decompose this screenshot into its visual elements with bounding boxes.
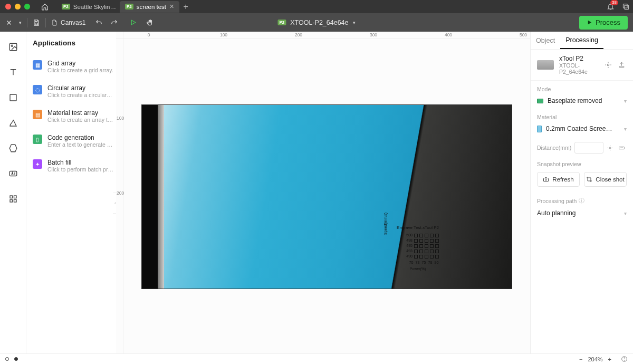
app-grid-array[interactable]: ▦ Grid arrayClick to create a grid array… [33, 54, 109, 79]
doc-name-text: Canvas1 [61, 19, 85, 26]
baseplate-icon [537, 99, 543, 103]
run-button[interactable] [130, 19, 137, 26]
app-circular-array[interactable]: ◌ Circular arrayClick to create a circul… [33, 79, 109, 104]
help-button[interactable] [621, 356, 628, 362]
info-icon[interactable]: ⓘ [579, 197, 584, 205]
power-val: 78 [428, 260, 433, 265]
mode-value: Baseplate removed [548, 97, 602, 104]
ruler-horizontal: 0 100 200 300 400 500 [123, 32, 530, 39]
app-menu-button[interactable] [5, 19, 13, 26]
copy-icon [622, 3, 630, 11]
svg-rect-14 [619, 66, 624, 68]
new-tab-button[interactable]: + [179, 2, 192, 12]
zoom-in-button[interactable]: + [608, 356, 611, 362]
multi-window-button[interactable] [622, 3, 630, 11]
zoom-out-button[interactable]: − [579, 356, 582, 362]
svg-rect-12 [14, 200, 16, 203]
refresh-button[interactable]: Refresh [537, 172, 580, 187]
ruler-tick: 0 [148, 32, 150, 37]
close-tab-icon[interactable]: ✕ [169, 3, 174, 10]
app-code-generation[interactable]: ▯ Code generationEnter a text to generat… [33, 129, 109, 154]
notifications-button[interactable]: 38 [607, 3, 615, 11]
zoom-value: 204% [588, 356, 602, 362]
ruler-tick: 300 [370, 32, 377, 37]
window-close-icon[interactable] [5, 4, 11, 9]
svg-rect-9 [10, 196, 13, 198]
mode-label: Mode [537, 86, 627, 92]
text-tool[interactable] [7, 66, 19, 78]
document-name[interactable]: Canvas1 [51, 19, 85, 26]
svg-rect-10 [14, 196, 16, 198]
ai-tool[interactable] [7, 168, 19, 179]
mode-selector[interactable]: Baseplate removed ▾ [537, 95, 627, 107]
canvas[interactable]: 0 100 200 300 400 500 100 200 Speed(mm/s… [116, 32, 530, 353]
speed-val: 495 [403, 243, 413, 248]
device-export-button[interactable] [618, 61, 627, 69]
camera-snapshot: Speed(mm/s) Engrave Test-xTool P2 500 49… [141, 104, 512, 289]
home-button[interactable] [37, 2, 52, 12]
ruler-tick: 200 [117, 190, 124, 196]
app-title: Material test array [47, 109, 113, 117]
pan-button[interactable] [146, 19, 154, 26]
material-selector[interactable]: 0.2mm Coated Screen (100… ▾ [537, 123, 627, 135]
power-val: 70 [409, 260, 414, 265]
speed-val: 498 [403, 238, 413, 243]
window-maximize-icon[interactable] [24, 4, 30, 9]
chevron-down-icon: ▾ [353, 20, 356, 25]
device-info: xTool P2 XTOOL-P2_64e64e [531, 50, 633, 81]
layer-visibility-toggles[interactable] [5, 357, 18, 361]
close-shot-button[interactable]: Close shot [584, 172, 627, 187]
process-button[interactable]: Process [579, 16, 628, 30]
apps-tool[interactable] [7, 193, 19, 205]
svg-rect-17 [544, 178, 549, 182]
speed-val: 490 [403, 254, 413, 259]
app-batch-fill[interactable]: ✦ Batch fillClick to perform batch proc… [33, 154, 109, 178]
status-bar: − 204% + [0, 353, 633, 364]
p2-badge-icon: P2 [277, 20, 286, 25]
ruler-tick: 400 [445, 32, 452, 37]
close-shot-label: Close shot [596, 176, 624, 183]
ruler-origin [116, 32, 123, 39]
processing-path-selector[interactable]: Auto planning ▾ [537, 207, 627, 219]
vector-tool[interactable] [7, 117, 19, 129]
autofocus-button[interactable] [607, 145, 615, 151]
svg-rect-5 [9, 43, 17, 51]
app-material-test-array[interactable]: ▤ Material test arrayClick to create an … [33, 104, 109, 129]
tab-screen-test[interactable]: P2 screen test ✕ [120, 1, 179, 13]
path-tool[interactable] [7, 142, 19, 154]
app-desc: Click to create an array to t… [47, 117, 113, 123]
device-selector[interactable]: P2 XTOOL-P2_64e64e ▾ [277, 19, 355, 26]
save-button[interactable] [33, 19, 40, 26]
chevron-down-icon: ▾ [624, 98, 627, 104]
svg-rect-8 [9, 171, 17, 176]
app-desc: Click to perform batch proc… [47, 166, 113, 173]
grid-array-icon: ▦ [33, 60, 42, 70]
engrave-title: Engrave Test-xTool P2 [397, 225, 439, 231]
layer-dot[interactable] [14, 357, 18, 361]
distance-input[interactable] [574, 142, 603, 154]
app-title: Grid array [47, 60, 113, 67]
svg-point-15 [609, 147, 611, 148]
svg-rect-1 [624, 4, 628, 8]
inspector-panel: Object Processing xTool P2 XTOOL-P2_64e6… [530, 32, 633, 353]
chevron-down-icon[interactable]: ▾ [19, 20, 22, 25]
shape-tool[interactable] [7, 92, 19, 103]
svg-marker-4 [588, 21, 591, 24]
image-tool[interactable] [7, 41, 19, 53]
tab-processing[interactable]: Processing [560, 32, 603, 49]
tab-seattle-skyline[interactable]: P2 Seattle Skylin… [56, 1, 120, 13]
redo-button[interactable] [110, 19, 118, 26]
window-minimize-icon[interactable] [15, 4, 21, 9]
undo-button[interactable] [95, 19, 103, 26]
layer-dot[interactable] [5, 357, 9, 361]
processing-path-value: Auto planning [537, 209, 576, 217]
tool-rail [0, 32, 26, 353]
speed-val: 493 [403, 248, 413, 254]
power-val: 75 [421, 260, 426, 265]
locate-device-button[interactable] [605, 61, 613, 69]
snapshot-label: Snapshot preview [537, 161, 627, 167]
ruler-tick: 100 [117, 116, 124, 121]
p2-badge-icon: P2 [62, 4, 70, 9]
ruler-button[interactable] [618, 145, 627, 151]
tab-object[interactable]: Object [531, 32, 560, 49]
